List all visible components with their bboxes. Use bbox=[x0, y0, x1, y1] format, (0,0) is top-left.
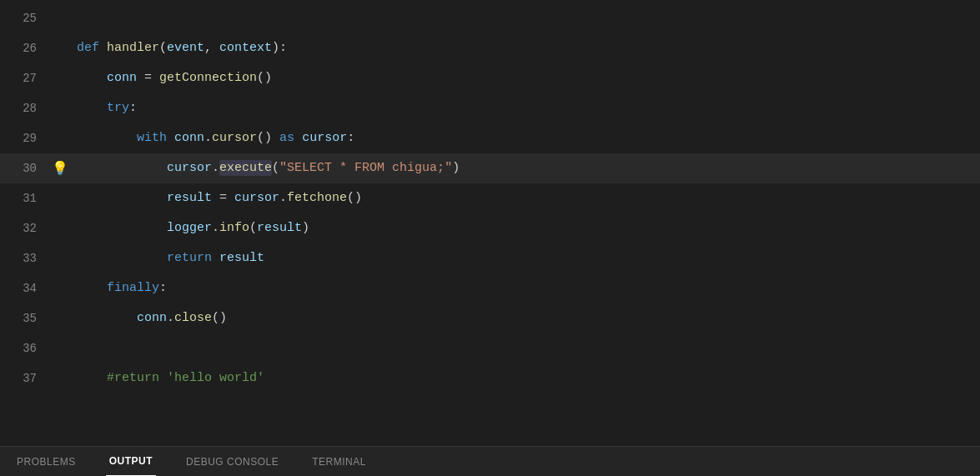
code-line-31: 31 result = cursor.fetchone() bbox=[0, 183, 980, 213]
line-content-35: conn.close() bbox=[70, 303, 980, 333]
line-content-30: cursor.execute("SELECT * FROM chigua;") bbox=[70, 153, 980, 183]
line-number-25: 25 bbox=[0, 12, 50, 25]
line-number-35: 35 bbox=[0, 312, 50, 325]
line-content-29: with conn.cursor() as cursor: bbox=[70, 123, 980, 153]
line-number-26: 26 bbox=[0, 42, 50, 55]
line-content-32: logger.info(result) bbox=[70, 213, 980, 243]
line-number-34: 34 bbox=[0, 282, 50, 295]
code-line-34: 34 finally: bbox=[0, 273, 980, 303]
line-content-34: finally: bbox=[70, 273, 980, 303]
code-line-25: 25 bbox=[0, 3, 980, 33]
line-number-37: 37 bbox=[0, 372, 50, 385]
code-line-28: 28 try: bbox=[0, 93, 980, 123]
line-content-33: return result bbox=[70, 243, 980, 273]
code-line-32: 32 logger.info(result) bbox=[0, 213, 980, 243]
code-line-27: 27 conn = getConnection() bbox=[0, 63, 980, 93]
line-number-32: 32 bbox=[0, 222, 50, 235]
lightbulb-30[interactable]: 💡 bbox=[50, 160, 70, 177]
code-line-26: 26def handler(event, context): bbox=[0, 33, 980, 63]
line-number-29: 29 bbox=[0, 132, 50, 145]
code-line-36: 36 bbox=[0, 333, 980, 363]
code-line-37: 37 #return 'hello world' bbox=[0, 363, 980, 393]
line-number-28: 28 bbox=[0, 102, 50, 115]
line-content-27: conn = getConnection() bbox=[70, 63, 980, 93]
line-number-31: 31 bbox=[0, 192, 50, 205]
line-content-31: result = cursor.fetchone() bbox=[70, 183, 980, 213]
code-line-33: 33 return result bbox=[0, 243, 980, 273]
tab-output[interactable]: OUTPUT bbox=[106, 447, 156, 476]
tab-terminal[interactable]: TERMINAL bbox=[309, 447, 369, 476]
code-line-30: 30💡 cursor.execute("SELECT * FROM chigua… bbox=[0, 153, 980, 183]
code-editor: 2526def handler(event, context):27 conn … bbox=[0, 0, 980, 446]
line-content-26: def handler(event, context): bbox=[70, 33, 980, 63]
tab-problems[interactable]: PROBLEMS bbox=[13, 447, 79, 476]
line-number-33: 33 bbox=[0, 252, 50, 265]
line-number-30: 30 bbox=[0, 162, 50, 175]
line-number-36: 36 bbox=[0, 342, 50, 355]
code-line-29: 29 with conn.cursor() as cursor: bbox=[0, 123, 980, 153]
line-content-37: #return 'hello world' bbox=[70, 363, 980, 393]
code-line-35: 35 conn.close() bbox=[0, 303, 980, 333]
line-number-27: 27 bbox=[0, 72, 50, 85]
line-content-28: try: bbox=[70, 93, 980, 123]
tab-debug-console[interactable]: DEBUG CONSOLE bbox=[183, 447, 282, 476]
panel-tab-bar: PROBLEMSOUTPUTDEBUG CONSOLETERMINAL bbox=[0, 446, 980, 476]
